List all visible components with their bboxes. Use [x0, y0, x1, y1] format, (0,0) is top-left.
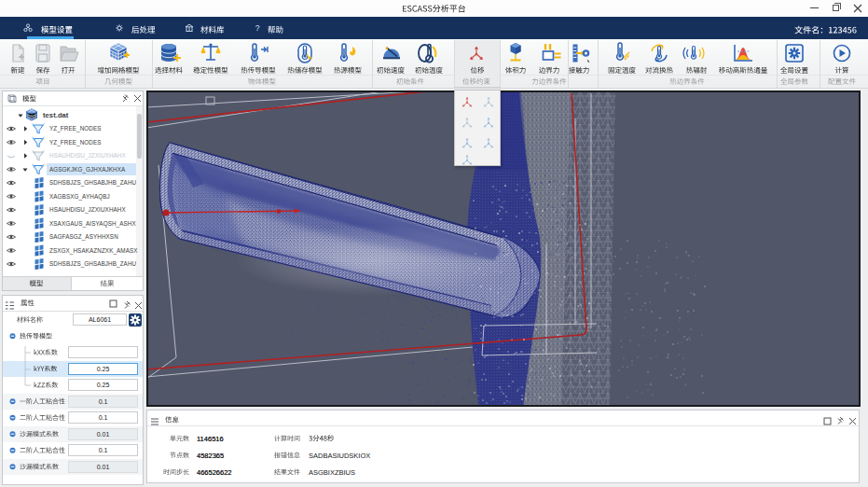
svg-text:?: ?: [255, 23, 260, 33]
